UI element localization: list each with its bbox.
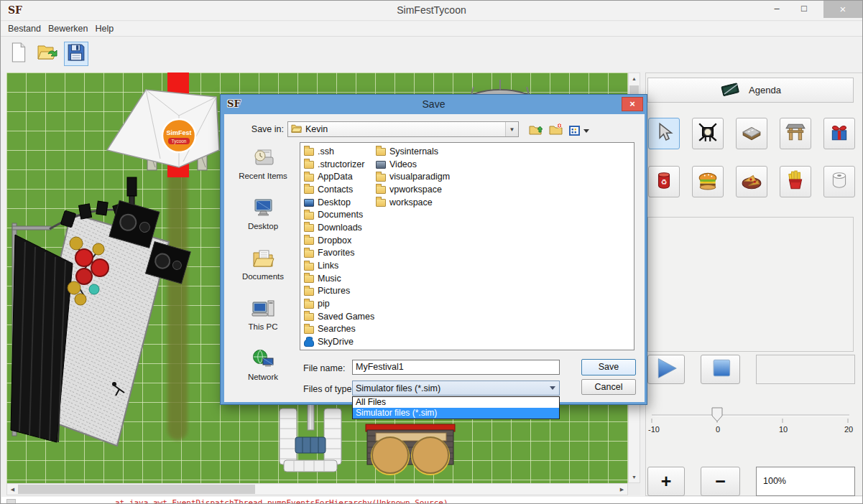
this-pc-icon [251,298,275,321]
folder-item[interactable]: vpworkspace [374,183,446,196]
combo-dropdown-arrow-icon[interactable]: ▼ [505,122,518,136]
window-title: SimFestTycoon [1,4,862,16]
folder-item[interactable]: Dropbox [302,234,374,247]
folder-item-name: Searches [318,324,356,334]
file-type-value: Simulator files (*.sim) [356,383,440,393]
speed-slider[interactable] [647,403,855,425]
folder-item[interactable]: pip [302,297,374,310]
scroll-up-arrow-icon[interactable]: ▲ [629,73,640,84]
folder-item-name: visualparadigm [389,172,450,182]
file-type-option[interactable]: Simulator files (*.sim) [353,408,559,419]
folder-item-name: Dropbox [318,235,351,246]
open-file-button[interactable] [35,42,60,66]
new-file-button[interactable] [6,42,31,66]
folder-item-icon [304,237,314,245]
save-dialog-body: Save in: Kevin ▼ [224,114,645,402]
file-type-option[interactable]: All Files [353,397,559,408]
folder-item[interactable]: .structorizer [302,158,374,171]
horizontal-scroll-thumb[interactable] [18,485,255,494]
canvas-horizontal-scrollbar[interactable]: ◀ ▶ [6,483,628,495]
maximize-button[interactable]: □ [793,1,815,18]
menu-bewerken[interactable]: Bewerken [48,24,88,34]
road-tile-icon [741,121,762,146]
tool-trash-can[interactable]: ♻ [648,166,680,197]
app-window: SF SimFestTycoon – □ × Bestand Bewerken … [0,0,863,504]
menu-bestand[interactable]: Bestand [8,24,41,34]
place-documents[interactable]: Documents [230,245,296,295]
zoom-level-field[interactable]: 100% [756,467,855,496]
zoom-out-button[interactable]: − [701,467,740,496]
scroll-right-arrow-icon[interactable]: ▶ [617,484,627,495]
menu-help[interactable]: Help [95,24,114,34]
folder-item-name: Desktop [318,197,351,207]
cancel-button[interactable]: Cancel [581,379,636,395]
folder-item-icon [304,275,314,283]
agenda-button[interactable]: Agenda [647,78,854,103]
tool-panel: Agenda [645,73,863,496]
minimize-button[interactable]: – [766,1,788,18]
dialog-close-button[interactable]: × [622,97,643,111]
svg-text:SimFest: SimFest [166,129,191,136]
folder-item[interactable]: Links [302,259,374,272]
tool-fries[interactable] [780,166,811,197]
folder-item[interactable]: Documents [302,208,374,221]
file-type-combobox[interactable]: Simulator files (*.sim) [352,381,560,396]
slider-label-max: 20 [844,425,853,434]
file-type-dropdown-arrow-icon[interactable] [550,386,555,390]
folder-item[interactable]: Videos [374,158,446,171]
folder-item[interactable]: AppData [302,170,374,183]
slider-label-ten: 10 [779,425,788,434]
stop-button[interactable] [701,355,740,384]
desktop-icon [251,197,275,220]
new-folder-icon[interactable] [549,123,563,139]
folder-item[interactable]: SkyDrive [302,335,374,348]
folder-item[interactable]: Saved Games [302,310,374,323]
folder-list[interactable]: .ssh .structorizer AppData Conta [300,142,634,350]
folder-item[interactable]: workspace [374,196,446,209]
folder-item-name: Saved Games [318,312,374,322]
tool-toilet-paper[interactable] [823,166,855,197]
tool-pizza[interactable] [736,166,767,197]
view-menu-icon[interactable] [569,125,589,136]
place-label: Network [248,373,278,381]
folder-item-icon [304,161,314,169]
folder-item[interactable]: Contacts [302,183,374,196]
folder-item-name: Documents [318,210,363,220]
folder-item[interactable]: visualparadigm [374,170,446,183]
folder-item[interactable]: Pictures [302,285,374,298]
save-in-combobox[interactable]: Kevin ▼ [287,121,519,137]
tool-spotlight[interactable] [692,118,724,149]
folder-item[interactable]: Favorites [302,247,374,260]
up-one-level-icon[interactable] [529,123,543,139]
tool-gift[interactable] [823,118,855,149]
folder-item-icon [304,174,314,182]
play-button[interactable] [647,355,685,384]
tool-gate[interactable] [780,118,811,149]
save-button[interactable]: Save [581,359,636,375]
place-network[interactable]: Network [230,345,296,396]
place-recent-items[interactable]: Recent Items [230,144,296,195]
zoom-in-button[interactable]: + [647,467,685,496]
folder-item[interactable]: .ssh [302,145,374,158]
scroll-down-arrow-icon[interactable]: ▼ [629,472,640,482]
save-file-button[interactable] [64,42,88,66]
toilet-paper-icon [829,169,850,194]
console-scrollbar-chip [6,499,16,504]
folder-item[interactable]: Desktop [302,196,374,209]
transport-status-box [756,355,855,384]
folder-item[interactable]: Downloads [302,221,374,234]
scroll-left-arrow-icon[interactable]: ◀ [7,484,18,495]
tool-road-tile[interactable] [736,118,767,149]
tool-cursor[interactable] [648,118,680,149]
folder-item-icon [304,250,314,258]
folder-item-name: Favorites [318,248,354,258]
folder-item[interactable]: Searches [302,323,374,336]
place-desktop[interactable]: Desktop [230,195,296,245]
tool-burger[interactable] [692,166,724,197]
slider-handle [712,408,722,421]
file-name-input[interactable]: MyFestival1 [352,360,560,375]
close-button[interactable]: × [823,1,862,18]
place-this-pc[interactable]: This PC [230,295,296,345]
folder-item[interactable]: Sysinternals [374,145,446,158]
folder-item[interactable]: Music [302,272,374,285]
